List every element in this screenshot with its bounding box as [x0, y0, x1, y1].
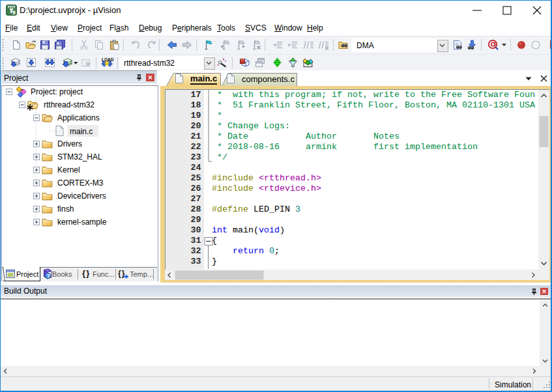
- svg-text:LOAD: LOAD: [102, 57, 114, 62]
- svg-text:?: ?: [47, 273, 50, 279]
- svg-text:5: 5: [13, 10, 16, 15]
